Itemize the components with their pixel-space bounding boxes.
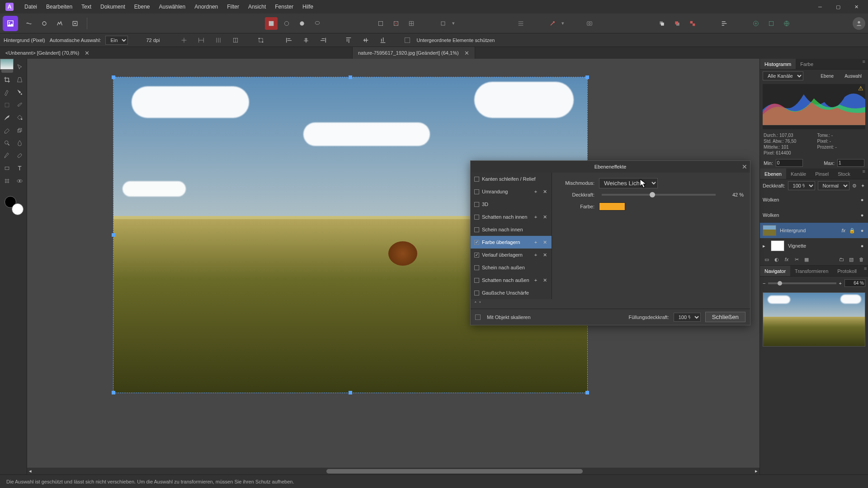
channels-tab[interactable]: Kanäle bbox=[786, 169, 811, 179]
document-tab[interactable]: <Unbenannt> [Geändert] (70,8%)✕ bbox=[0, 47, 353, 59]
histo-selection-button[interactable]: Auswahl bbox=[841, 73, 865, 80]
fill-opacity-dropdown[interactable]: 100 % bbox=[674, 313, 701, 322]
node-tool-icon[interactable] bbox=[14, 61, 26, 73]
menu-ansicht[interactable]: Ansicht bbox=[244, 0, 270, 14]
layer-gear-icon[interactable]: ⚙ bbox=[852, 182, 858, 190]
menu-dokument[interactable]: Dokument bbox=[96, 0, 130, 14]
adj-layer-icon[interactable]: ◐ bbox=[773, 255, 781, 263]
effect-schein-nach-au-en[interactable]: Schein nach außen bbox=[471, 261, 552, 274]
snap-mid-icon[interactable] bbox=[229, 34, 242, 47]
clip-canvas-icon[interactable] bbox=[437, 17, 449, 30]
crop-layer-icon[interactable]: ✂ bbox=[793, 255, 801, 263]
effect-remove-icon[interactable]: ✕ bbox=[542, 239, 548, 245]
persona-export-icon[interactable] bbox=[69, 17, 81, 30]
menu-text[interactable]: Text bbox=[77, 0, 96, 14]
resource-manager-icon[interactable] bbox=[583, 17, 596, 30]
effect-gau-sche-unsch-rfe[interactable]: Gaußsche Unschärfe bbox=[471, 286, 552, 299]
effect-remove-icon[interactable]: ✕ bbox=[542, 277, 548, 283]
layer-star-icon[interactable]: ✦ bbox=[860, 182, 865, 190]
mesh-tool-icon[interactable] bbox=[1, 175, 13, 187]
fx-layer-icon[interactable]: fx bbox=[783, 255, 791, 263]
document-tab[interactable]: nature-7595617_1920.jpg [Geändert] (64,1… bbox=[353, 47, 475, 59]
fill-tool-icon[interactable] bbox=[14, 112, 26, 123]
effect-umrandung[interactable]: Umrandung+✕ bbox=[471, 185, 552, 198]
effect-checkbox[interactable] bbox=[474, 291, 479, 296]
zoom-out-icon[interactable]: − bbox=[763, 281, 765, 286]
persona-tone-icon[interactable] bbox=[53, 17, 66, 30]
clone-tool-icon[interactable] bbox=[14, 124, 26, 136]
maximize-button[interactable]: ▢ bbox=[829, 0, 847, 14]
pen-tool-icon[interactable] bbox=[1, 150, 13, 161]
crop-tool-icon[interactable] bbox=[1, 74, 13, 85]
channels-icon[interactable]: ▦ bbox=[802, 255, 811, 263]
flood-select-icon[interactable] bbox=[14, 86, 26, 98]
min-input[interactable] bbox=[776, 159, 803, 167]
add-folder-icon[interactable]: 🗀 bbox=[837, 255, 845, 263]
effect-verlauf-berlagern[interactable]: Verlauf überlagern+✕ bbox=[471, 249, 552, 261]
align-center-h-icon[interactable] bbox=[300, 34, 312, 47]
tab-close-icon[interactable]: ✕ bbox=[464, 50, 469, 56]
effect-add-icon[interactable]: + bbox=[533, 277, 539, 283]
effect-checkbox[interactable] bbox=[474, 215, 479, 220]
chevron-right-icon[interactable]: ▸ bbox=[763, 243, 767, 249]
panel-menu-icon[interactable]: ≡ bbox=[861, 266, 868, 276]
menu-bearbeiten[interactable]: Bearbeiten bbox=[42, 0, 77, 14]
layer-row[interactable]: Wolken● bbox=[760, 192, 868, 207]
persona-develop-icon[interactable] bbox=[38, 17, 51, 30]
mask-layer-icon[interactable]: ▭ bbox=[763, 255, 771, 263]
fx-badge[interactable]: fx bbox=[841, 228, 845, 233]
effect-add-icon[interactable]: + bbox=[533, 239, 539, 245]
dialog-close-icon[interactable]: ✕ bbox=[742, 163, 747, 170]
blend-mode-dropdown[interactable]: Weiches Licht bbox=[599, 178, 658, 188]
align-distribute-icon[interactable] bbox=[514, 17, 527, 30]
visibility-icon[interactable]: ● bbox=[859, 228, 865, 233]
blend-lighten-icon[interactable] bbox=[280, 17, 293, 30]
effect--d[interactable]: 3D bbox=[471, 198, 552, 211]
channel-dropdown[interactable]: Alle Kanäle bbox=[763, 71, 803, 80]
foreground-color-swatch[interactable] bbox=[12, 203, 24, 215]
effect-checkbox[interactable] bbox=[474, 202, 479, 207]
overlay-color-swatch[interactable] bbox=[599, 202, 625, 211]
persona-liquify-icon[interactable] bbox=[23, 17, 35, 30]
minimize-button[interactable]: ─ bbox=[811, 0, 829, 14]
grid-show-icon[interactable] bbox=[405, 17, 418, 30]
auto-select-dropdown[interactable]: Ein bbox=[105, 36, 128, 45]
menu-datei[interactable]: Datei bbox=[20, 0, 42, 14]
color-wheel-icon[interactable] bbox=[296, 17, 308, 30]
lasso-icon[interactable] bbox=[311, 17, 324, 30]
menu-anordnen[interactable]: Anordnen bbox=[190, 0, 222, 14]
dialog-titlebar[interactable]: Ebeneneffekte ✕ bbox=[471, 161, 750, 173]
effect-checkbox[interactable] bbox=[474, 227, 479, 232]
align-bottom-icon[interactable] bbox=[377, 34, 389, 47]
layer-opacity-dropdown[interactable]: 100 % bbox=[788, 181, 815, 190]
transform-mode-icon[interactable] bbox=[255, 34, 267, 47]
history-tab[interactable]: Protokoll bbox=[833, 266, 861, 276]
effect-schatten-nach-innen[interactable]: Schatten nach innen+✕ bbox=[471, 211, 552, 223]
effect-remove-icon[interactable]: ✕ bbox=[542, 189, 548, 195]
layer-blend-dropdown[interactable]: Normal bbox=[818, 181, 849, 190]
effect-schein-nach-innen[interactable]: Schein nach innen bbox=[471, 223, 552, 236]
grid-delete-icon[interactable] bbox=[390, 17, 402, 30]
effect-farbe-berlagern[interactable]: Farbe überlagern+✕ bbox=[471, 236, 552, 249]
effect-checkbox[interactable] bbox=[474, 278, 479, 283]
horizontal-scrollbar[interactable]: ◂▸ bbox=[27, 468, 760, 474]
tab-close-icon[interactable]: ✕ bbox=[85, 50, 90, 56]
group-back-icon[interactable] bbox=[671, 17, 684, 30]
histogram-tab[interactable]: Histogramm bbox=[760, 59, 796, 69]
close-button[interactable]: Schließen bbox=[705, 312, 745, 322]
text-tool-icon[interactable] bbox=[14, 162, 26, 174]
effect-add-icon[interactable]: + bbox=[533, 252, 539, 258]
panel-menu-icon[interactable]: ≡ bbox=[860, 169, 868, 179]
navigator-tab[interactable]: Navigator bbox=[760, 266, 790, 276]
align-left-icon[interactable] bbox=[283, 34, 295, 47]
effect-prev-icon[interactable]: ˄ bbox=[474, 301, 477, 307]
globe-icon[interactable] bbox=[780, 17, 793, 30]
perspective-tool-icon[interactable] bbox=[14, 74, 26, 85]
ungroup-icon[interactable] bbox=[686, 17, 699, 30]
effect-schatten-nach-au-en[interactable]: Schatten nach außen+✕ bbox=[471, 274, 552, 286]
histo-layer-button[interactable]: Ebene bbox=[817, 73, 837, 80]
visibility-icon[interactable]: ● bbox=[859, 243, 865, 249]
effect-remove-icon[interactable]: ✕ bbox=[542, 214, 548, 220]
delete-layer-icon[interactable]: 🗑 bbox=[857, 255, 865, 263]
effect-checkbox[interactable] bbox=[474, 240, 479, 245]
